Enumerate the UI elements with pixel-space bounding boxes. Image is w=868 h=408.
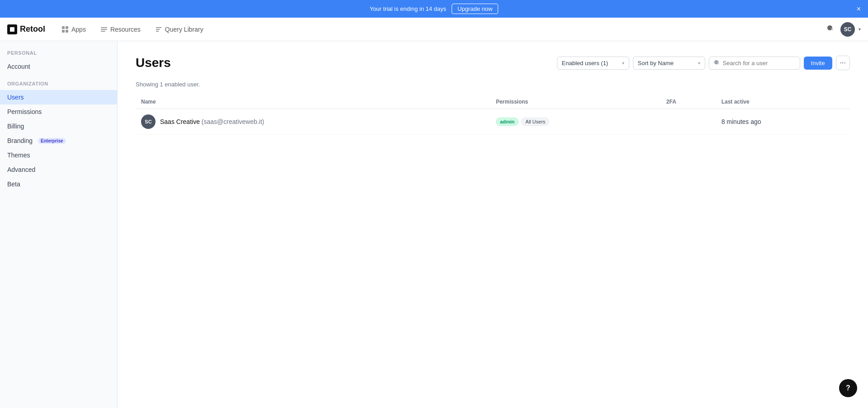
global-search-button[interactable]	[824, 22, 837, 37]
apps-nav-item[interactable]: Apps	[56, 23, 91, 36]
admin-badge: admin	[496, 118, 519, 126]
advanced-label: Advanced	[7, 166, 35, 173]
col-last-active: Last active	[716, 95, 850, 109]
resources-icon	[100, 26, 108, 33]
sidebar-item-branding[interactable]: Branding Enterprise	[0, 133, 117, 148]
svg-rect-3	[66, 30, 68, 33]
personal-section-label: Personal	[0, 50, 117, 59]
query-library-nav-label: Query Library	[165, 26, 203, 33]
sidebar-item-billing[interactable]: Billing	[0, 119, 117, 133]
showing-text: Showing 1 enabled user.	[136, 81, 850, 88]
enabled-users-chevron: ▾	[622, 61, 624, 66]
users-label: Users	[7, 94, 24, 101]
logo-icon	[7, 24, 17, 34]
trial-text: Your trial is ending in 14 days	[370, 5, 446, 12]
beta-label: Beta	[7, 180, 20, 188]
sidebar: Personal Account Organization Users Perm…	[0, 41, 118, 408]
filter-controls: Enabled users (1) ▾ Sort by Name ▾ Invit…	[557, 56, 850, 70]
account-label: Account	[7, 63, 30, 70]
sort-label: Sort by Name	[638, 60, 674, 66]
personal-group: Personal Account	[0, 50, 117, 74]
search-control[interactable]	[709, 57, 800, 70]
col-name: Name	[136, 95, 491, 109]
main-content: Users Enabled users (1) ▾ Sort by Name ▾	[118, 41, 868, 408]
svg-rect-0	[62, 26, 65, 29]
more-options-button[interactable]: ···	[836, 56, 850, 70]
invite-button[interactable]: Invite	[804, 57, 832, 70]
avatar-chevron-button[interactable]: ▾	[859, 27, 861, 32]
col-2fa: 2FA	[661, 95, 716, 109]
apps-icon	[61, 26, 69, 33]
sidebar-item-account[interactable]: Account	[0, 59, 117, 74]
sidebar-item-themes[interactable]: Themes	[0, 148, 117, 162]
sidebar-item-beta[interactable]: Beta	[0, 177, 117, 191]
svg-rect-2	[62, 30, 65, 33]
page-header: Users Enabled users (1) ▾ Sort by Name ▾	[136, 56, 850, 70]
sidebar-item-users[interactable]: Users	[0, 90, 117, 104]
last-active-cell: 8 minutes ago	[716, 109, 850, 135]
top-nav: Retool Apps Resources Query Library SC	[0, 18, 868, 41]
resources-nav-label: Resources	[110, 26, 141, 33]
user-name: Saas Creative	[160, 118, 200, 125]
all-users-badge: All Users	[521, 118, 549, 126]
resources-nav-item[interactable]: Resources	[95, 23, 146, 36]
user-email: (saas@creativeweb.it)	[202, 118, 264, 125]
enterprise-badge: Enterprise	[38, 138, 66, 144]
help-button[interactable]: ?	[839, 379, 857, 397]
enabled-users-label: Enabled users (1)	[562, 60, 609, 66]
svg-rect-1	[66, 26, 68, 29]
sidebar-item-advanced[interactable]: Advanced	[0, 162, 117, 177]
col-permissions: Permissions	[491, 95, 661, 109]
organization-section-label: Organization	[0, 81, 117, 90]
permissions-label: Permissions	[7, 108, 42, 115]
banner-close-button[interactable]: ×	[857, 5, 861, 13]
user-row: SC Saas Creative (saas@creativeweb.it)	[141, 114, 485, 129]
search-input[interactable]	[723, 60, 795, 66]
branding-label: Branding	[7, 137, 33, 144]
logo[interactable]: Retool	[7, 24, 45, 34]
2fa-cell	[661, 109, 716, 135]
logo-inner	[10, 27, 14, 32]
query-library-icon	[155, 26, 162, 33]
user-avatar-small: SC	[141, 114, 156, 129]
themes-label: Themes	[7, 152, 30, 159]
organization-group: Organization Users Permissions Billing B…	[0, 81, 117, 191]
user-avatar[interactable]: SC	[840, 22, 855, 37]
permissions-cell: adminAll Users	[496, 118, 656, 126]
sort-chevron: ▾	[698, 61, 700, 66]
trial-banner: Your trial is ending in 14 days Upgrade …	[0, 0, 868, 18]
billing-label: Billing	[7, 123, 24, 130]
enabled-users-dropdown[interactable]: Enabled users (1) ▾	[557, 57, 629, 70]
svg-rect-4	[101, 27, 107, 28]
users-table: Name Permissions 2FA Last active SC Saas…	[136, 95, 850, 135]
apps-nav-label: Apps	[71, 26, 86, 33]
sidebar-item-permissions[interactable]: Permissions	[0, 104, 117, 119]
table-row: SC Saas Creative (saas@creativeweb.it) a…	[136, 109, 850, 135]
page-title: Users	[136, 56, 552, 70]
search-icon	[714, 60, 720, 66]
sort-dropdown[interactable]: Sort by Name ▾	[633, 57, 705, 70]
query-library-nav-item[interactable]: Query Library	[150, 23, 209, 36]
svg-rect-5	[101, 29, 107, 30]
avatar-initials: SC	[844, 26, 852, 33]
logo-text: Retool	[20, 24, 45, 34]
svg-rect-6	[101, 31, 105, 32]
search-icon	[827, 25, 834, 32]
upgrade-button[interactable]: Upgrade now	[452, 4, 498, 14]
app-layout: Personal Account Organization Users Perm…	[0, 41, 868, 408]
